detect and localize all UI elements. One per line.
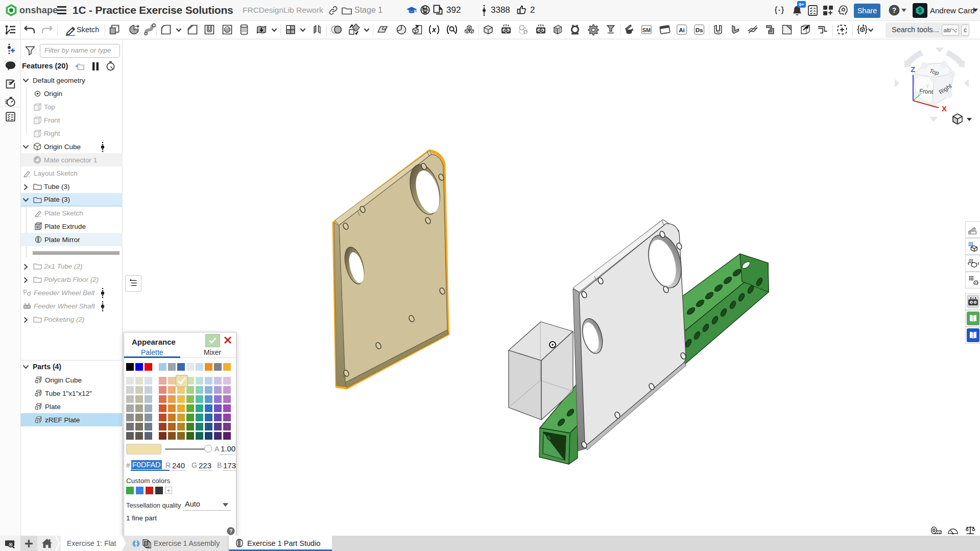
svg-text:S: S <box>918 8 922 13</box>
svg-text:Z: Z <box>911 65 915 74</box>
svg-text:Ds: Ds <box>696 27 703 33</box>
svg-text:SM: SM <box>642 27 651 33</box>
svg-text:Y: Y <box>926 84 929 89</box>
svg-text:Ai: Ai <box>679 27 685 33</box>
svg-text:x: x <box>432 26 437 34</box>
svg-text:X: X <box>942 104 947 113</box>
svg-text:?: ? <box>229 529 232 534</box>
svg-text:▲: ▲ <box>972 297 974 299</box>
svg-text:?: ? <box>892 6 897 14</box>
svg-text:x): x) <box>974 280 977 285</box>
